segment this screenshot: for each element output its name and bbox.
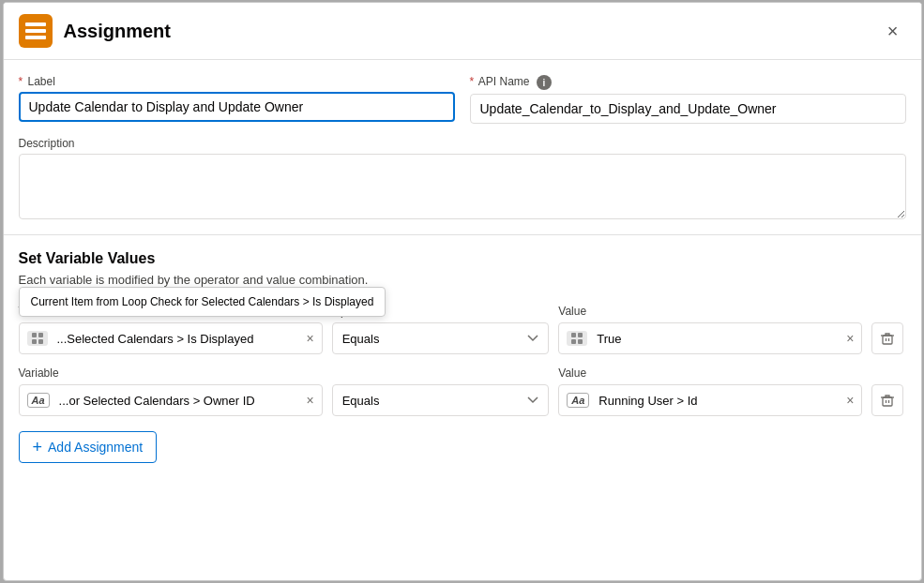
label-apiname-row: * Label * API Name i [19,75,906,124]
section-description: Each variable is modified by the operato… [19,273,906,287]
api-name-info-icon[interactable]: i [537,75,552,90]
description-group: Description [19,137,906,219]
variable-col-label-2: Variable [19,364,323,381]
assignment-row-2: Aa ...or Selected Calendars > Owner ID ×… [19,384,906,416]
variable-text-1: ...Selected Calendars > Is Displayed [57,332,301,346]
label-field-label: * Label [19,75,455,88]
variable-text-2: ...or Selected Calendars > Owner ID [59,394,301,408]
svg-rect-8 [578,333,583,337]
assignment-row-2-labels: Variable Value [19,364,906,381]
value-col-label-2: Value [558,364,862,381]
svg-rect-5 [32,339,37,344]
operator-col-label-2 [332,364,550,381]
add-assignment-label: Add Assignment [48,440,143,455]
svg-rect-7 [571,333,576,337]
value-close-2[interactable]: × [846,393,854,408]
description-label: Description [19,137,906,150]
value-record-icon-1 [567,331,591,346]
svg-rect-6 [38,339,43,344]
operator-select-2[interactable]: Equals [332,384,550,416]
modal-header: Assignment × [4,3,921,60]
operator-col-1: Equals [332,322,550,354]
value-text-1: True [597,332,841,346]
assignment-row-1: ...Selected Calendars > Is Displayed × C… [19,322,906,354]
svg-rect-4 [38,333,43,337]
svg-rect-12 [883,397,892,406]
delete-col-1 [871,322,905,354]
assignment-icon [19,14,53,48]
value-close-1[interactable]: × [846,331,854,346]
value-tag-1[interactable]: True × [558,322,862,354]
trash-icon-2 [880,393,895,408]
label-required-star: * [19,75,23,88]
add-assignment-button[interactable]: + Add Assignment [19,431,158,463]
operator-col-2: Equals [332,384,550,416]
assignment-modal: Assignment × * Label * API Name i [3,2,922,581]
variable-col-1: ...Selected Calendars > Is Displayed × C… [19,322,323,354]
label-group: * Label [19,75,455,124]
value-text-icon-2: Aa [567,393,593,408]
value-col-1: True × [558,322,862,354]
delete-button-2[interactable] [871,384,903,416]
value-col-2: Aa Running User > Id × [558,384,862,416]
modal-title: Assignment [64,21,880,42]
add-icon: + [33,439,43,456]
variable-col-2: Aa ...or Selected Calendars > Owner ID × [19,384,323,416]
section-title: Set Variable Values [19,250,906,267]
svg-rect-2 [25,36,46,39]
value-col-label-1: Value [558,302,862,319]
modal-body: * Label * API Name i Description [4,60,921,580]
svg-rect-3 [32,333,37,337]
label-input[interactable] [19,92,455,122]
value-tag-2[interactable]: Aa Running User > Id × [558,384,862,416]
variable-tooltip-1: Current Item from Loop Check for Selecte… [19,287,386,317]
variable-record-icon-1 [27,331,52,346]
value-text-2: Running User > Id [598,394,841,408]
svg-rect-1 [25,29,46,33]
trash-icon-1 [880,331,895,346]
variable-tag-1[interactable]: ...Selected Calendars > Is Displayed × [19,322,323,354]
variable-tag-2[interactable]: Aa ...or Selected Calendars > Owner ID × [19,384,323,416]
delete-button-1[interactable] [871,322,903,354]
svg-rect-0 [25,22,46,26]
variable-close-2[interactable]: × [307,393,314,408]
api-name-group: * API Name i [470,75,906,124]
description-input[interactable] [19,154,906,219]
variable-text-icon-2: Aa [27,393,53,408]
svg-rect-10 [578,339,583,344]
svg-rect-9 [571,339,576,344]
api-name-field-label: * API Name i [470,75,906,90]
svg-rect-11 [883,336,892,344]
section-divider [4,234,921,235]
api-name-input[interactable] [470,94,906,124]
delete-col-2 [871,384,905,416]
close-button[interactable]: × [880,18,906,44]
operator-select-1[interactable]: Equals [332,322,550,354]
variable-close-1[interactable]: × [307,331,314,346]
api-name-required-star: * [470,75,475,88]
